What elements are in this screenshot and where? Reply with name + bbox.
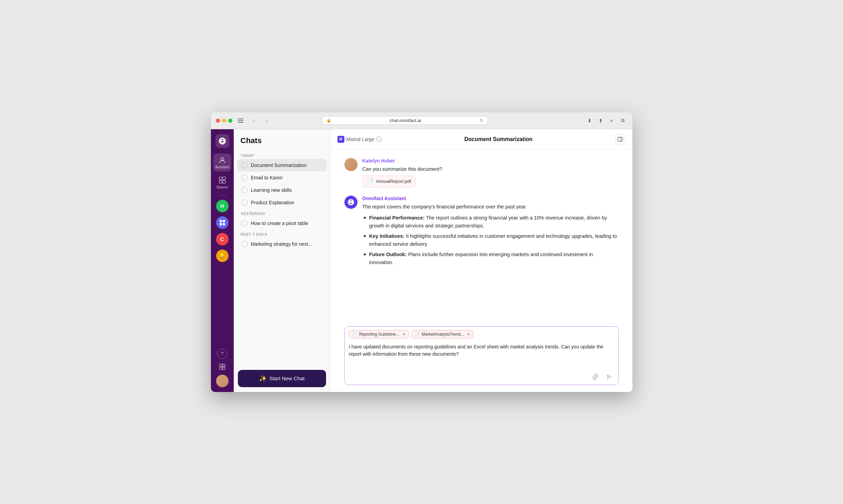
sidebar-item-spaces[interactable]: Spaces [213,174,231,192]
bullet-item-outlook: Future Outlook: Plans include further ex… [364,251,619,266]
user-avatar-message [344,158,358,171]
chat-input[interactable]: I have updated documents on reporting gu… [345,340,618,368]
traffic-lights [216,119,232,123]
svg-rect-14 [223,364,225,366]
svg-rect-16 [223,367,225,370]
chat-item-label: Marketing strategy for next... [251,241,323,247]
sidebar-title: Chats [234,129,330,151]
rail-divider [217,195,228,195]
bullet-text: Key Initiatives: It highlights successfu… [369,232,619,248]
chat-item-icon [241,220,248,226]
back-button[interactable]: ‹ [249,116,259,125]
attach-file-button[interactable] [591,372,601,382]
svg-rect-13 [220,364,222,366]
address-bar[interactable]: 🔒 chat.omnifact.ai ↻ [322,116,488,125]
svg-point-4 [221,158,224,160]
message-content-user: Katelyn Huber Can you summarize this doc… [362,158,619,187]
bullet-dot [364,253,366,255]
browser-actions: ⬇ ⬆ + ⧉ [585,116,628,125]
tab-overview-button[interactable]: ⧉ [618,116,628,125]
chat-item-icon [241,187,248,193]
chat-item-label: Email to Karen [251,175,323,180]
remove-file-reporting-button[interactable]: ✕ [402,332,406,337]
close-window-button[interactable] [216,119,220,123]
new-tab-button[interactable]: + [607,116,617,125]
svg-rect-0 [238,119,243,119]
chat-item-pivot[interactable]: How to create a pivot table [237,217,327,230]
section-label-past7: PAST 7 DAYS [237,230,327,238]
user-sender-name: Katelyn Huber [362,158,619,164]
user-avatar[interactable] [216,375,229,387]
chat-item-doc-summarization[interactable]: Document Summarization [237,159,327,171]
pdf-attachment[interactable]: 📄 AnnualReport.pdf [362,176,416,187]
message-content-ai: Omnifact Assistant The report covers the… [362,196,619,266]
rail-bottom: ? [216,348,229,387]
input-area: 📄 Reporting Guideline... ✕ 📄 MarketAnaly… [331,322,632,392]
ai-avatar-message [344,196,358,209]
sidebar-item-assistant[interactable]: Assistant [213,153,231,171]
model-icon: M [337,136,344,143]
assistant-icon [218,156,226,164]
input-footer [345,370,618,385]
chat-item-label: How to create a pivot table [251,221,323,226]
spaces-icon [218,176,226,184]
svg-rect-2 [238,122,243,123]
lock-icon: 🔒 [326,118,331,123]
spaces-label: Spaces [216,185,228,189]
pdf-icon-small: 📄 [415,332,420,337]
ai-bullet-list: Financial Performance: The report outlin… [362,214,619,266]
left-rail: Assistant Spaces H [211,129,234,392]
model-info-icon[interactable]: i [376,137,382,142]
sparkle-icon: ✨ [259,375,267,382]
chat-list: TODAY Document Summarization Email to Ka… [234,151,330,365]
svg-rect-8 [223,180,225,183]
forward-button[interactable]: › [262,116,272,125]
browser-window: ‹ › 🔒 chat.omnifact.ai ↻ ⬇ ⬆ + ⧉ [211,112,632,392]
rail-h-button[interactable]: H [216,200,229,212]
help-button[interactable]: ? [217,348,228,359]
bullet-dot [364,235,366,237]
chat-item-label: Learning new skills [251,187,323,193]
sidebar-toggle-button[interactable] [236,116,246,125]
assistant-label: Assistant [215,165,229,169]
maximize-window-button[interactable] [228,119,232,123]
share-button[interactable]: ⬆ [596,116,605,125]
model-selector[interactable]: M Mistral Large i [337,136,382,143]
app-logo[interactable] [215,134,229,148]
chat-item-learning[interactable]: Learning new skills [237,184,327,196]
chat-header-actions [615,134,626,144]
settings-button[interactable] [217,362,228,372]
chat-item-email-karen[interactable]: Email to Karen [237,171,327,184]
chat-header: M Mistral Large i Document Summarization [331,129,632,150]
url-text: chat.omnifact.ai [333,118,478,123]
svg-rect-1 [238,120,243,121]
chat-item-label: Product Explanation [251,200,323,205]
chat-item-label: Document Summarization [251,162,323,168]
send-button[interactable] [604,372,614,382]
svg-rect-12 [223,223,225,225]
file-chip-market: 📄 MarketAnalysisTrend... ✕ [411,330,473,338]
chat-item-icon [241,241,248,247]
minimize-window-button[interactable] [222,119,226,123]
section-label-yesterday: YESTERDAY [237,209,327,217]
rail-grid-button[interactable] [216,216,229,229]
start-new-chat-button[interactable]: ✨ Start New Chat [238,370,326,387]
svg-rect-6 [223,177,225,180]
ai-sender-name: Omnifact Assistant [362,196,619,201]
chat-item-product[interactable]: Product Explanation [237,196,327,209]
svg-rect-15 [220,367,222,370]
remove-file-market-button[interactable]: ✕ [467,332,470,337]
section-label-today: TODAY [237,151,327,159]
collapse-panel-button[interactable] [615,134,626,144]
rail-bulb-button[interactable]: 💡 [216,250,229,262]
bullet-item-initiatives: Key Initiatives: It highlights successfu… [364,232,619,248]
ai-intro-text: The report covers the company's financia… [362,203,619,211]
rail-c-button[interactable]: C [216,233,229,245]
messages-area: Katelyn Huber Can you summarize this doc… [331,150,632,322]
chat-item-marketing[interactable]: Marketing strategy for next... [237,238,327,250]
reload-button[interactable]: ↻ [480,118,483,123]
download-button[interactable]: ⬇ [585,116,594,125]
sidebar: Chats TODAY Document Summarization Email… [234,129,331,392]
pdf-icon-small: 📄 [352,332,357,337]
chat-title: Document Summarization [382,136,615,142]
